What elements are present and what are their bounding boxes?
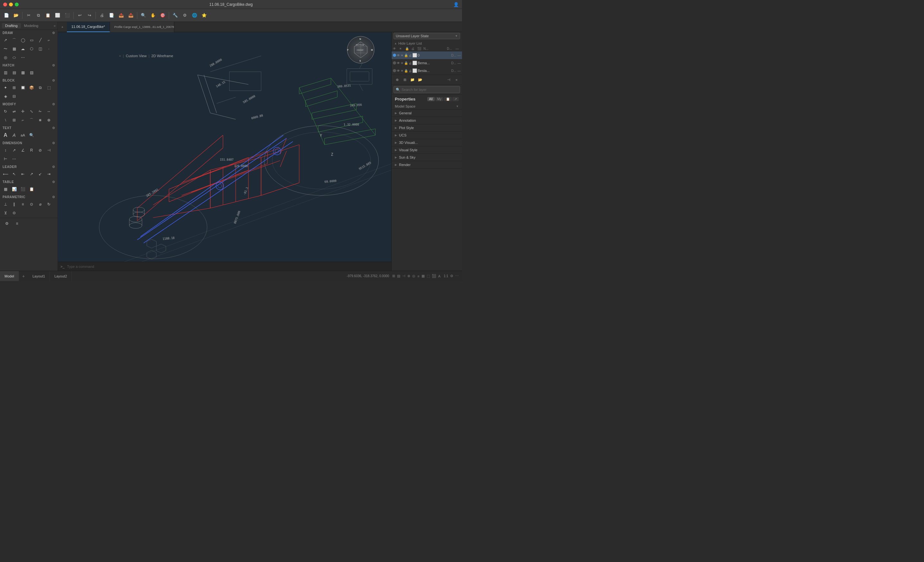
toolbar-open[interactable]: 📂: [12, 11, 21, 20]
tool-chamfer[interactable]: ⌒: [27, 116, 36, 124]
prop-sun-sky[interactable]: ▶ Sun & Sky: [392, 154, 462, 161]
toolbar-zoom[interactable]: 🔍: [139, 11, 148, 20]
tool-param8[interactable]: ⊝: [10, 209, 18, 217]
tool-dim-angular[interactable]: ∠: [19, 146, 27, 154]
prop-3d-visual[interactable]: ▶ 3D Visuali...: [392, 139, 462, 146]
tool-param7[interactable]: ⊻: [1, 209, 10, 217]
status-polar-icon[interactable]: ⊕: [407, 274, 410, 278]
toolbar-copy[interactable]: ⧉: [34, 11, 43, 20]
tool-array[interactable]: ⊞: [10, 116, 18, 124]
hide-layer-list-btn[interactable]: ▲ Hide Layer List: [392, 40, 462, 46]
toolbar-tools2[interactable]: ⚙: [180, 11, 189, 20]
tool-table2[interactable]: 📊: [10, 185, 18, 193]
tool-dim-diameter[interactable]: ⊘: [36, 146, 44, 154]
tool-dim-aligned[interactable]: ↗: [10, 146, 18, 154]
tool-draw-more[interactable]: ⋯: [19, 53, 27, 62]
layer-0-color[interactable]: [412, 53, 417, 57]
tool-dim-chain[interactable]: ⊢: [1, 155, 10, 163]
sidebar-settings-icon[interactable]: ⚙: [3, 219, 11, 228]
prop-filter-my[interactable]: My: [435, 97, 443, 101]
toolbar-tools4[interactable]: ⭐: [200, 11, 208, 20]
section-draw-settings[interactable]: ⚙: [52, 31, 55, 35]
tool-ellipse[interactable]: ⬭: [10, 53, 18, 62]
section-hatch-settings[interactable]: ⚙: [52, 64, 55, 67]
tab-profile[interactable]: Profile Cargo expl_1_13889...61.sv$_1_20…: [110, 22, 174, 32]
tool-dim-more[interactable]: ⋯: [10, 155, 18, 163]
tool-extend[interactable]: ↔: [45, 107, 53, 116]
tool-block6[interactable]: ⬚: [45, 84, 53, 92]
status-tab-model[interactable]: Model: [0, 271, 19, 281]
status-tab-layout2[interactable]: Layout2: [50, 271, 72, 281]
tool-line[interactable]: ╱: [36, 36, 44, 44]
tool-circle[interactable]: ◯: [19, 36, 27, 44]
tool-param3[interactable]: ≡: [19, 200, 27, 208]
col-sun[interactable]: ☀: [399, 47, 404, 51]
tool-fillet[interactable]: ⌐: [19, 116, 27, 124]
tool-leader5[interactable]: ↙: [36, 170, 44, 178]
tool-arc[interactable]: ⌒: [10, 36, 18, 44]
tool-leader2[interactable]: ↖: [10, 170, 18, 178]
layer-state-dropdown[interactable]: Unsaved Layer State ▼: [393, 33, 460, 39]
toolbar-redo[interactable]: ↪: [85, 11, 94, 20]
status-tab-layout1[interactable]: Layout1: [28, 271, 50, 281]
tool-dim-radius[interactable]: R: [27, 146, 36, 154]
breadcrumb-plus[interactable]: +: [119, 54, 121, 58]
section-block-settings[interactable]: ⚙: [52, 79, 55, 82]
breadcrumb-mode[interactable]: 2D Wireframe: [152, 54, 173, 58]
sidebar-collapse-btn[interactable]: «: [54, 24, 56, 28]
status-viewport-icon[interactable]: ⬛: [432, 274, 436, 278]
tool-block8[interactable]: ⊟: [10, 92, 18, 100]
status-select-icon[interactable]: ⬚: [427, 274, 430, 278]
minimize-button[interactable]: [9, 3, 13, 6]
tool-offset[interactable]: ⧵: [1, 116, 10, 124]
prop-filter-all[interactable]: All: [427, 97, 435, 101]
status-settings-icon[interactable]: ⚙: [450, 274, 453, 278]
toolbar-print2[interactable]: 📑: [107, 11, 116, 20]
tool-hatch[interactable]: ▦: [10, 45, 18, 53]
tool-hatch3[interactable]: ▩: [19, 69, 27, 77]
prop-annotation[interactable]: ▶ Annotation: [392, 117, 462, 124]
canvas-area[interactable]: 288.0000 148.15 585.0000 0000.88 151.848…: [58, 22, 391, 271]
tab-add[interactable]: +: [58, 25, 67, 29]
col-print[interactable]: 🖨: [411, 47, 416, 51]
drafting-tab[interactable]: Drafting: [2, 23, 21, 28]
layer-btn-a3[interactable]: 📁: [409, 76, 416, 83]
tool-param2[interactable]: ∥: [10, 200, 18, 208]
status-lineweight-icon[interactable]: ≡: [417, 274, 419, 278]
status-transparency-icon[interactable]: ▦: [422, 274, 425, 278]
tool-param6[interactable]: ↻: [45, 200, 53, 208]
layer-besta-color[interactable]: [412, 69, 417, 73]
tool-block5[interactable]: ⧉: [36, 84, 44, 92]
toolbar-tools1[interactable]: 🔧: [171, 11, 180, 20]
close-button[interactable]: [3, 3, 7, 6]
tool-block7[interactable]: ◈: [1, 92, 10, 100]
layer-search-input[interactable]: [393, 86, 460, 93]
layer-row-bema[interactable]: 👁 ☀ 🔒 🖨 Bema... D... —: [392, 59, 462, 67]
tool-hatch4[interactable]: ▨: [27, 69, 36, 77]
status-ortho-icon[interactable]: ⊣: [402, 274, 405, 278]
col-lock[interactable]: 🔒: [405, 47, 410, 51]
layer-btn-a4[interactable]: 📂: [417, 76, 424, 83]
tool-text-a[interactable]: A: [1, 131, 10, 139]
layer-btn-a6[interactable]: «: [453, 76, 460, 83]
tab-drawing[interactable]: 11.06.18_CargoBike*: [67, 22, 110, 32]
section-table-settings[interactable]: ⚙: [52, 180, 55, 184]
layer-row-besta[interactable]: 👁 ☀ 🔒 🖨 Besta... D... —: [392, 67, 462, 75]
section-parametric-settings[interactable]: ⚙: [52, 195, 55, 199]
status-anno-icon[interactable]: A: [438, 274, 441, 278]
tool-cloud[interactable]: ☁: [19, 45, 27, 53]
tool-leader6[interactable]: ⇥: [45, 170, 53, 178]
tool-block3[interactable]: 🔲: [19, 84, 27, 92]
tool-move[interactable]: ✛: [19, 107, 27, 116]
tool-arrow[interactable]: ↗: [1, 36, 10, 44]
layer-btn-a2[interactable]: ⊞: [401, 76, 408, 83]
toolbar-print[interactable]: 🖨: [98, 11, 106, 20]
tool-wipe[interactable]: ◫: [36, 45, 44, 53]
toolbar-more1[interactable]: ⬜: [53, 11, 62, 20]
tool-dim-ordinate[interactable]: ⊣: [45, 146, 53, 154]
tool-polyline[interactable]: ⌐: [45, 36, 53, 44]
layer-row-0[interactable]: 👁 ☀ 🔒 🖨 0 D... —: [392, 51, 462, 59]
prop-visual-style[interactable]: ▶ Visual Style: [392, 146, 462, 154]
prop-render[interactable]: ▶ Render: [392, 161, 462, 169]
tool-param5[interactable]: ⌀: [36, 200, 44, 208]
